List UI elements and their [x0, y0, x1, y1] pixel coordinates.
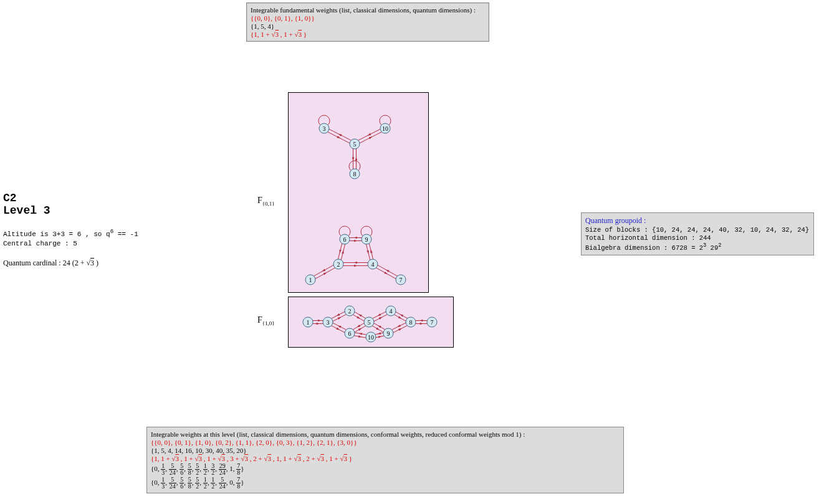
quantum-cardinal-line: Quantum cardinal : 24 (2 + √3 ): [3, 259, 240, 268]
fusion-graph-F10: 13265104987: [288, 297, 454, 348]
svg-text:2: 2: [348, 308, 352, 315]
fundweights-classical: {1, 5, 4}: [251, 22, 485, 30]
central-charge-line: Central charge : 5: [3, 239, 240, 249]
groupoid-heading: Quantum groupoid :: [585, 216, 810, 226]
svg-text:9: 9: [387, 330, 390, 337]
svg-text:2: 2: [337, 261, 340, 268]
svg-marker-15: [354, 237, 357, 239]
fundweights-quantum: {1, 1 + √3 , 1 + √3 }: [251, 31, 485, 38]
intweights-heading: Integrable weights at this level (list, …: [151, 430, 620, 438]
svg-text:10: 10: [382, 125, 388, 132]
groupoid-bialgebra: Bialgebra dimension : 6728 = 23 292: [585, 242, 810, 252]
svg-text:4: 4: [390, 308, 393, 315]
svg-marker-35: [386, 270, 390, 272]
fundamental-weights-box: Integrable fundamental weights (list, cl…: [246, 2, 489, 42]
svg-text:4: 4: [371, 261, 375, 268]
svg-text:3: 3: [327, 319, 330, 326]
groupoid-total: Total horizontal dimension : 244: [585, 234, 810, 242]
svg-marker-3: [338, 134, 342, 136]
svg-marker-68: [337, 313, 340, 316]
svg-marker-23: [370, 249, 372, 253]
svg-text:3: 3: [323, 125, 326, 132]
svg-marker-72: [338, 325, 342, 328]
lie-type-heading: C2: [3, 192, 240, 204]
graph-label-F10: F{1,0}: [257, 315, 275, 326]
svg-marker-102: [398, 328, 402, 331]
svg-marker-74: [357, 316, 360, 318]
svg-text:9: 9: [365, 236, 368, 243]
svg-marker-17: [339, 250, 341, 254]
svg-marker-92: [378, 325, 381, 328]
svg-text:5: 5: [353, 141, 357, 148]
fundweights-heading: Integrable fundamental weights (list, cl…: [251, 6, 485, 14]
svg-text:6: 6: [348, 330, 352, 337]
intweights-quantum: {1, 1 + √3 , 1 + √3 , 1 + √3 , 3 + √3 , …: [151, 455, 620, 462]
svg-text:7: 7: [400, 277, 403, 283]
level-heading: Level 3: [3, 204, 240, 217]
svg-marker-11: [355, 157, 358, 160]
svg-marker-21: [366, 250, 368, 254]
svg-text:6: 6: [343, 236, 347, 243]
svg-marker-25: [354, 265, 357, 267]
svg-marker-31: [323, 272, 327, 275]
svg-marker-7: [369, 136, 373, 139]
svg-marker-62: [317, 323, 320, 325]
svg-marker-19: [342, 250, 343, 254]
svg-marker-100: [400, 314, 404, 316]
svg-marker-66: [338, 317, 342, 320]
left-summary-panel: C2 Level 3 Altitude is 3+3 = 6 , so q6 =…: [3, 192, 240, 268]
fusion-graph-F01: 31058692417: [288, 92, 429, 293]
svg-marker-64: [316, 320, 319, 322]
fusion-graph-svg: 31058692417: [289, 93, 428, 292]
svg-marker-88: [378, 313, 381, 316]
intweights-classical: {1, 5, 4, 14, 16, 10, 30, 40, 35, 20}: [151, 447, 620, 454]
svg-marker-1: [337, 136, 340, 138]
svg-marker-86: [379, 317, 383, 320]
svg-text:5: 5: [368, 319, 371, 326]
svg-marker-98: [398, 316, 402, 318]
altitude-line: Altitude is 3+3 = 6 , so q6 == -1: [3, 228, 240, 239]
svg-text:1: 1: [307, 319, 310, 326]
svg-text:1: 1: [309, 277, 312, 283]
fusion-graph-svg: 13265104987: [289, 297, 453, 347]
svg-marker-27: [354, 262, 357, 264]
svg-marker-29: [322, 269, 326, 272]
svg-marker-106: [420, 323, 423, 325]
svg-marker-90: [376, 327, 380, 330]
integrable-weights-box: Integrable weights at this level (list, …: [146, 427, 624, 493]
svg-text:10: 10: [368, 334, 374, 341]
svg-marker-78: [358, 328, 362, 331]
svg-marker-13: [354, 240, 357, 242]
svg-text:8: 8: [353, 171, 357, 178]
intweights-conformal: {0, 13, 524, 56, 58, 52, 12, 32, 2924, 1…: [151, 463, 620, 476]
svg-marker-70: [336, 328, 340, 330]
svg-marker-5: [368, 133, 371, 136]
svg-text:7: 7: [431, 319, 434, 326]
svg-text:8: 8: [410, 319, 413, 326]
fundweights-list: {{0, 0}, {0, 1}, {1, 0}}: [251, 14, 485, 22]
svg-marker-80: [357, 325, 361, 327]
intweights-reduced: {0, 13, 524, 56, 58, 52, 12, 12, 524, 0,…: [151, 477, 620, 490]
graph-label-F01: F{0,1}: [257, 196, 275, 207]
intweights-list: {{0, 0}, {0, 1}, {1, 0}, {0, 2}, {1, 1},…: [151, 439, 620, 446]
svg-marker-9: [352, 158, 355, 161]
svg-marker-76: [358, 314, 362, 316]
svg-marker-104: [397, 325, 401, 327]
svg-marker-33: [384, 272, 388, 274]
svg-marker-108: [419, 320, 423, 322]
groupoid-blocks: Size of blocks : {10, 24, 24, 24, 40, 32…: [585, 226, 810, 234]
quantum-groupoid-box: Quantum groupoid : Size of blocks : {10,…: [581, 212, 814, 255]
